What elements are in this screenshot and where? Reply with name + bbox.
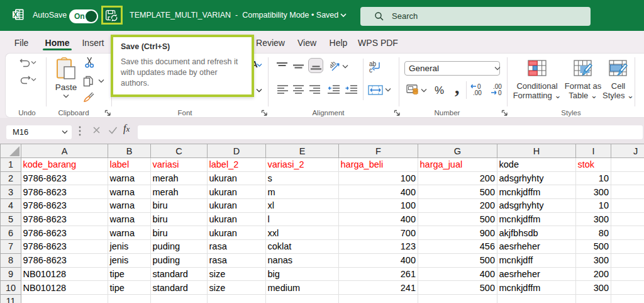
svg-text:c: c <box>369 67 372 73</box>
svg-text:0: 0 <box>498 89 502 96</box>
svg-text:.00: .00 <box>473 89 482 96</box>
svg-text:ab: ab <box>330 61 337 69</box>
svg-text:X: X <box>13 11 18 18</box>
